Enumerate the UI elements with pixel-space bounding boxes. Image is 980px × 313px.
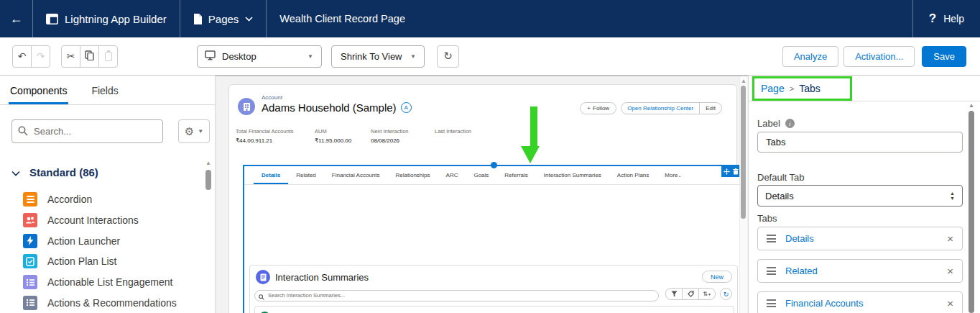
view-mode-value: Shrink To View [341, 51, 402, 62]
new-button[interactable]: New [702, 271, 732, 283]
drag-handle-icon[interactable] [767, 267, 776, 275]
move-icon[interactable] [724, 165, 730, 178]
summary-card-title: Interaction Summaries [275, 272, 369, 283]
undo-button[interactable]: ↶ [12, 45, 32, 68]
drag-handle-icon[interactable] [767, 235, 776, 242]
component-item-actionable-list-engagement[interactable]: Actionable List Engagement [23, 272, 205, 293]
annotation-arrow-head [521, 146, 540, 163]
preview-tab-financial-accounts[interactable]: Financial Accounts [324, 172, 388, 184]
component-item-actions-recommendations[interactable]: Actions & Recommendations [23, 292, 205, 313]
refresh-list-button[interactable]: ↻ [720, 288, 732, 300]
filter-button[interactable] [665, 288, 683, 300]
panel-scrollbar-thumb[interactable] [969, 111, 974, 313]
component-item-account-interactions[interactable]: Account Interactions [23, 210, 205, 231]
preview-tab-goals[interactable]: Goals [466, 172, 496, 184]
back-button[interactable]: ← [0, 0, 33, 37]
view-mode-select[interactable]: Shrink To View ▼ [331, 45, 425, 68]
accordion-icon [23, 192, 37, 207]
preview-tab-more[interactable]: More⌄ [657, 172, 689, 184]
preview-tab-action-plans[interactable]: Action Plans [609, 172, 657, 184]
tab-item-related[interactable]: Related × [757, 259, 963, 283]
pages-dropdown[interactable]: Pages [180, 0, 267, 37]
tag-button[interactable] [682, 288, 699, 300]
scroll-up-arrow[interactable]: ▲ [969, 102, 974, 109]
toolbar-actions: Analyze Activation... Save [782, 46, 966, 67]
analyze-button[interactable]: Analyze [782, 46, 838, 67]
info-icon[interactable]: i [785, 119, 795, 128]
breadcrumb-page-link[interactable]: Page [761, 83, 785, 94]
account-badge[interactable]: A [401, 102, 412, 113]
tab-item-financial-accounts[interactable]: Financial Accounts × [757, 291, 963, 313]
component-list: Accordion Account Interactions Action La… [23, 189, 205, 313]
search-input[interactable] [11, 119, 163, 143]
builder-toolbar: ↶ ↷ ✂ Desktop ▼ Shrink To View ▼ ↻ Analy… [0, 37, 980, 76]
canvas-scrollbar-thumb[interactable] [741, 86, 746, 219]
standard-section-header[interactable]: Standard (86) [11, 166, 98, 178]
cut-icon: ✂ [67, 50, 75, 62]
activation-button[interactable]: Activation... [843, 46, 915, 67]
tab-fields[interactable]: Fields [90, 85, 119, 104]
chevron-down-icon: ⌄ [678, 173, 682, 178]
breadcrumb-current: Tabs [799, 83, 820, 94]
sidebar-search-row: ⚙ ▼ [11, 119, 210, 143]
open-relationship-center-button[interactable]: Open Relationship Center [621, 103, 699, 114]
account-icon [238, 98, 255, 115]
tab-item-details[interactable]: Details × [757, 227, 963, 250]
sort-button[interactable]: ⇅▼ [698, 288, 716, 300]
top-nav: ← Lightning App Builder Pages Wealth Cli… [0, 0, 980, 37]
preview-tab-arc[interactable]: ARC [438, 172, 466, 184]
account-name: Adams Household (Sample) [262, 101, 397, 114]
components-sidebar: Components Fields ⚙ ▼ Standard (86) Acco… [0, 76, 216, 313]
highlight-fields: Total Financial Accounts₹44,00,911.21 AU… [236, 128, 499, 144]
preview-tab-referrals[interactable]: Referrals [496, 172, 535, 184]
device-select[interactable]: Desktop ▼ [197, 45, 322, 68]
field-value: ₹11,95,000.00 [315, 137, 371, 144]
selected-tabs-component[interactable]: Details Related Financial Accounts Relat… [243, 165, 741, 313]
interaction-summaries-card: Interaction Summaries New ⇅▼ ↻ [249, 265, 738, 313]
default-tab-select[interactable]: Details ▲▼ [757, 185, 963, 207]
help-label: Help [943, 13, 964, 24]
gear-icon: ⚙ [185, 125, 194, 138]
help-icon: ? [929, 12, 936, 26]
sort-icon: ⇅ [703, 291, 708, 297]
summary-search-input[interactable] [254, 290, 659, 301]
component-item-action-plan-list[interactable]: Action Plan List [23, 251, 205, 272]
search-icon [259, 290, 264, 303]
scroll-up-arrow[interactable]: ▲ [741, 78, 746, 84]
component-item-action-launcher[interactable]: Action Launcher [23, 230, 205, 251]
component-selection-handle[interactable] [491, 162, 497, 168]
paste-button[interactable] [98, 45, 118, 68]
settings-dropdown-button[interactable]: ⚙ ▼ [178, 119, 210, 143]
save-button[interactable]: Save [922, 46, 966, 67]
copy-button[interactable] [80, 45, 99, 68]
app-builder-title: Lightning App Builder [65, 13, 167, 25]
component-item-accordion[interactable]: Accordion [23, 189, 205, 210]
interaction-summary-icon [256, 270, 270, 284]
annotation-arrow [530, 106, 537, 148]
sidebar-tabs: Components Fields [0, 76, 215, 105]
tab-components[interactable]: Components [9, 85, 68, 104]
preview-tab-interaction-summaries[interactable]: Interaction Summaries [536, 172, 609, 184]
app-builder-icon [46, 14, 58, 24]
label-input[interactable] [757, 132, 963, 153]
scroll-up-arrow[interactable]: ▲ [205, 160, 211, 166]
remove-tab-icon[interactable]: × [947, 297, 953, 309]
topnav-spacer [418, 0, 912, 37]
preview-tab-related[interactable]: Related [288, 172, 324, 184]
preview-tab-details[interactable]: Details [254, 172, 288, 184]
sidebar-scrollbar-thumb[interactable] [205, 170, 211, 190]
lightning-app-builder: ← Lightning App Builder Pages Wealth Cli… [0, 0, 980, 313]
cut-button[interactable]: ✂ [61, 45, 80, 68]
remove-tab-icon[interactable]: × [947, 265, 953, 277]
trash-icon[interactable] [733, 165, 739, 178]
follow-button[interactable]: + Follow [580, 102, 616, 114]
help-button[interactable]: ? Help [912, 0, 980, 37]
refresh-button[interactable]: ↻ [437, 45, 459, 68]
preview-tab-relationships[interactable]: Relationships [388, 172, 438, 184]
remove-tab-icon[interactable]: × [947, 232, 953, 245]
edit-button[interactable]: Edit [699, 103, 721, 114]
paste-icon [105, 52, 112, 61]
field-label: Next Interaction [371, 128, 435, 135]
drag-handle-icon[interactable] [767, 299, 776, 307]
redo-button[interactable]: ↷ [31, 45, 50, 68]
